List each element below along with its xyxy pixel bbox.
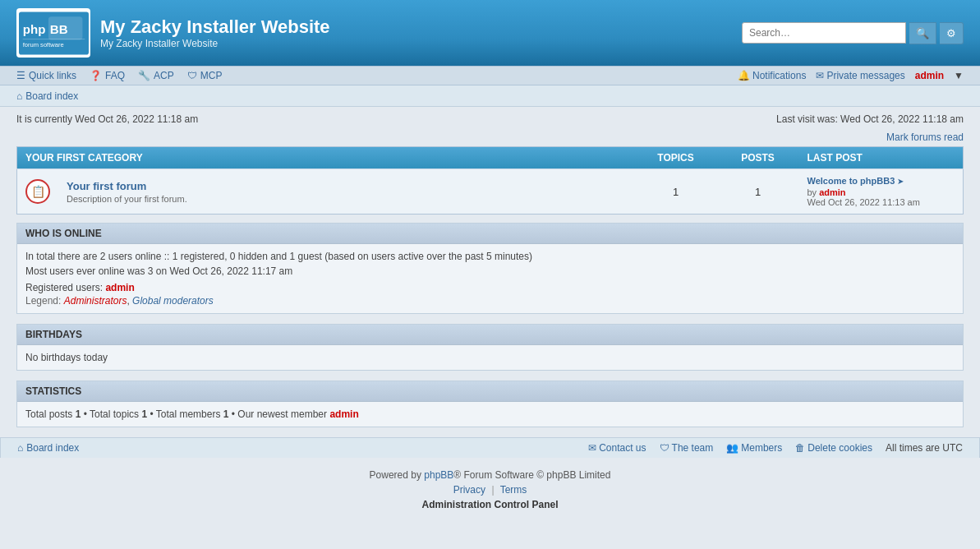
registered-users-line: Registered users: admin — [25, 282, 955, 293]
who-is-online-box: WHO IS ONLINE In total there are 2 users… — [16, 223, 964, 314]
home-icon: ⌂ — [17, 442, 23, 454]
birthdays-content: No birthdays today — [25, 352, 108, 363]
last-post-title: Welcome to phpBB3 ➤ — [807, 176, 955, 186]
online-line2: Most users ever online was 3 on Wed Oct … — [25, 265, 955, 277]
site-title: My Zacky Installer Website — [100, 16, 330, 38]
nav-notifications[interactable]: 🔔 Notifications — [738, 70, 806, 81]
footer-the-team[interactable]: 🛡 The team — [660, 442, 714, 454]
team-icon: 🛡 — [660, 442, 669, 454]
acp-line: Administration Control Panel — [16, 499, 964, 510]
nav-private-messages[interactable]: ✉ Private messages — [816, 70, 904, 81]
statistics-line: Total posts 1 • Total topics 1 • Total m… — [25, 408, 359, 420]
breadcrumb-bar: Board index — [0, 85, 980, 107]
admin-dropdown-icon[interactable]: ▼ — [954, 70, 964, 81]
svg-text:php: php — [22, 21, 45, 35]
phpbb-suffix: ® Forum Software © phpBB Limited — [453, 469, 610, 481]
terms-link[interactable]: Terms — [500, 484, 527, 496]
nav-faq[interactable]: ❓ FAQ — [90, 70, 125, 81]
forum-status-icon: 📋 — [25, 179, 50, 204]
birthdays-header: BIRTHDAYS — [17, 325, 963, 345]
svg-text:forum  software: forum software — [22, 41, 63, 48]
forum-row: 📋 Your first forum Description of your f… — [17, 169, 964, 215]
forum-name-link[interactable]: Your first forum — [67, 180, 146, 192]
legend-label: Legend: — [25, 295, 64, 307]
col-lastpost-header: LAST POST — [799, 147, 964, 169]
svg-text:BB: BB — [49, 21, 67, 35]
birthdays-body: No birthdays today — [17, 345, 963, 370]
header-search: 🔍 ⚙ — [742, 22, 964, 44]
search-button[interactable]: 🔍 — [909, 22, 936, 44]
last-post-info: Welcome to phpBB3 ➤ by admin Wed Oct 26,… — [807, 176, 955, 207]
last-post-link[interactable]: Welcome to phpBB3 — [807, 176, 895, 186]
bell-icon: 🔔 — [738, 70, 750, 81]
col-posts-header: POSTS — [717, 147, 799, 169]
legend-moderators: Global moderators — [132, 295, 214, 307]
breadcrumb-board-index[interactable]: Board index — [16, 90, 78, 102]
search-input[interactable] — [742, 22, 906, 44]
last-visit: Last visit was: Wed Oct 26, 2022 11:18 a… — [776, 113, 964, 125]
acp-icon: 🔧 — [138, 70, 150, 81]
logo-area: php BB forum software My Zacky Installer… — [16, 8, 330, 58]
nav-left: ☰ Quick links ❓ FAQ 🔧 ACP 🛡 MCP — [16, 70, 222, 81]
nav-right: 🔔 Notifications ✉ Private messages admin… — [738, 70, 964, 81]
footer-board-index-link[interactable]: ⌂ Board index — [17, 442, 79, 454]
col-topics-header: TOPICS — [635, 147, 717, 169]
footer-links: ✉ Contact us 🛡 The team 👥 Members 🗑 Dele… — [588, 442, 963, 454]
privacy-link[interactable]: Privacy — [453, 484, 485, 496]
category-name: YOUR FIRST CATEGORY — [17, 147, 635, 169]
members-icon: 👥 — [726, 442, 738, 454]
mark-forums-read-area: Mark forums read — [16, 131, 964, 146]
newest-member-link[interactable]: admin — [329, 408, 358, 420]
nav-acp[interactable]: 🔧 ACP — [138, 70, 174, 81]
nav-quick-links[interactable]: ☰ Quick links — [16, 70, 76, 81]
mark-forums-read-link[interactable]: Mark forums read — [886, 131, 964, 143]
view-icon: ➤ — [897, 177, 904, 186]
registered-users-label: Registered users: — [25, 282, 105, 293]
birthdays-box: BIRTHDAYS No birthdays today — [16, 324, 964, 371]
site-header: php BB forum software My Zacky Installer… — [0, 0, 980, 66]
info-bar: It is currently Wed Oct 26, 2022 11:18 a… — [16, 107, 964, 131]
last-post-by: by admin — [807, 187, 955, 197]
advanced-search-button[interactable]: ⚙ — [940, 22, 964, 44]
site-title-area: My Zacky Installer Website My Zacky Inst… — [100, 16, 330, 49]
current-time: It is currently Wed Oct 26, 2022 11:18 a… — [16, 113, 198, 125]
powered-by-line: Powered by phpBB® Forum Software © phpBB… — [16, 469, 964, 481]
last-post-user-link[interactable]: admin — [819, 187, 845, 197]
category-table: YOUR FIRST CATEGORY TOPICS POSTS LAST PO… — [16, 146, 964, 215]
who-is-online-body: In total there are 2 users online :: 1 r… — [17, 244, 963, 313]
timezone-label: All times are UTC — [886, 442, 963, 454]
who-is-online-header: WHO IS ONLINE — [17, 224, 963, 244]
phpbb-link[interactable]: phpBB — [424, 469, 453, 481]
site-logo[interactable]: php BB forum software — [16, 8, 90, 58]
last-post-time: Wed Oct 26, 2022 11:13 am — [807, 197, 955, 207]
question-icon: ❓ — [90, 70, 102, 81]
legend-admins: Administrators — [64, 295, 127, 307]
forum-description: Description of your first forum. — [67, 194, 627, 204]
statistics-box: STATISTICS Total posts 1 • Total topics … — [16, 381, 964, 427]
navbar: ☰ Quick links ❓ FAQ 🔧 ACP 🛡 MCP 🔔 Notifi… — [0, 66, 980, 85]
statistics-body: Total posts 1 • Total topics 1 • Total m… — [17, 402, 963, 427]
forum-info-cell: Your first forum Description of your fir… — [58, 169, 635, 215]
bottom-footer: Powered by phpBB® Forum Software © phpBB… — [0, 458, 980, 517]
forum-name: Your first forum — [67, 180, 627, 192]
statistics-header: STATISTICS — [17, 381, 963, 402]
privacy-terms-line: Privacy | Terms — [16, 484, 964, 496]
footer-members[interactable]: 👥 Members — [726, 442, 782, 454]
forum-topics-count: 1 — [635, 169, 717, 215]
site-subtitle: My Zacky Installer Website — [100, 38, 330, 49]
forum-posts-count: 1 — [717, 169, 799, 215]
registered-user-link[interactable]: admin — [105, 282, 134, 293]
nav-admin-user[interactable]: admin — [915, 70, 944, 81]
forum-lastpost-cell: Welcome to phpBB3 ➤ by admin Wed Oct 26,… — [799, 169, 964, 215]
nav-mcp[interactable]: 🛡 MCP — [187, 70, 223, 81]
footer-contact-us[interactable]: ✉ Contact us — [588, 442, 646, 454]
envelope-icon: ✉ — [816, 70, 824, 81]
powered-by-text: Powered by — [370, 469, 425, 481]
online-line1: In total there are 2 users online :: 1 r… — [25, 251, 955, 262]
trash-icon: 🗑 — [795, 442, 805, 454]
main-content: It is currently Wed Oct 26, 2022 11:18 a… — [0, 107, 980, 427]
forum-icon-cell: 📋 — [17, 169, 59, 215]
footer-delete-cookies[interactable]: 🗑 Delete cookies — [795, 442, 872, 454]
mcp-icon: 🛡 — [187, 70, 197, 81]
acp-link[interactable]: Administration Control Panel — [421, 499, 558, 510]
